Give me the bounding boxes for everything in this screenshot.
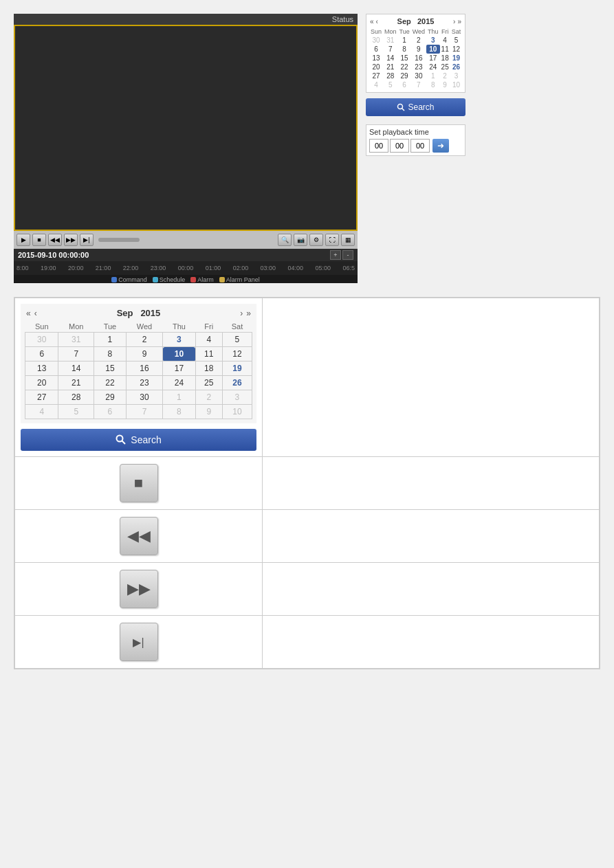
calendar-day[interactable]: 5 (450, 36, 463, 45)
timeline-zoom-in[interactable]: + (330, 250, 341, 260)
calendar-day[interactable]: 23 (411, 63, 426, 71)
calendar-day[interactable]: 14 (58, 361, 94, 376)
calendar-day[interactable]: 28 (383, 71, 398, 80)
top-cal-next-month[interactable]: › (452, 18, 456, 25)
calendar-day[interactable]: 26 (222, 376, 252, 390)
calendar-day[interactable]: 4 (195, 333, 222, 347)
zoom-button[interactable]: 🔍 (278, 234, 292, 246)
calendar-day[interactable]: 25 (440, 63, 450, 71)
calendar-day[interactable]: 14 (383, 54, 398, 63)
step-ctrl-button[interactable]: ▶| (80, 234, 94, 246)
volume-slider[interactable] (98, 238, 140, 242)
calendar-day[interactable]: 23 (126, 376, 162, 390)
calendar-day[interactable]: 2 (411, 36, 426, 45)
bottom-rewind-button[interactable]: ◀◀ (120, 517, 158, 555)
calendar-day[interactable]: 5 (58, 405, 94, 419)
calendar-day[interactable]: 30 (369, 36, 383, 45)
calendar-day[interactable]: 29 (398, 71, 411, 80)
calendar-day[interactable]: 4 (440, 36, 450, 45)
calendar-day[interactable]: 17 (426, 54, 440, 63)
calendar-day[interactable]: 2 (195, 390, 222, 405)
bottom-cal-prev-year[interactable]: « (25, 309, 32, 318)
calendar-day[interactable]: 1 (94, 333, 127, 347)
calendar-day[interactable]: 12 (222, 347, 252, 361)
calendar-day[interactable]: 27 (369, 71, 383, 80)
calendar-day[interactable]: 8 (94, 347, 127, 361)
bottom-search-button[interactable]: Search (21, 429, 256, 451)
settings-button[interactable]: ⚙ (309, 234, 323, 246)
calendar-day[interactable]: 9 (126, 347, 162, 361)
calendar-day[interactable]: 7 (126, 405, 162, 419)
calendar-day[interactable]: 2 (440, 71, 450, 80)
timeline-zoom-out[interactable]: - (342, 250, 353, 260)
calendar-day[interactable]: 3 (450, 71, 463, 80)
calendar-day[interactable]: 6 (25, 347, 58, 361)
calendar-day[interactable]: 21 (383, 63, 398, 71)
top-search-button[interactable]: Search (366, 98, 465, 116)
calendar-day[interactable]: 8 (426, 80, 440, 89)
calendar-day[interactable]: 19 (222, 361, 252, 376)
bottom-step-button[interactable]: ▶| (120, 623, 158, 661)
bottom-ff-button[interactable]: ▶▶ (120, 570, 158, 608)
calendar-day[interactable]: 30 (126, 390, 162, 405)
calendar-day[interactable]: 22 (94, 376, 127, 390)
calendar-day[interactable]: 1 (426, 71, 440, 80)
calendar-day[interactable]: 7 (411, 80, 426, 89)
timeline-track[interactable]: 8:00 19:00 20:00 21:00 22:00 23:00 00:00… (14, 261, 358, 275)
fullscreen-button[interactable]: ⛶ (325, 234, 339, 246)
calendar-day[interactable]: 8 (398, 45, 411, 54)
calendar-day[interactable]: 15 (398, 54, 411, 63)
calendar-day[interactable]: 22 (398, 63, 411, 71)
playback-go-button[interactable]: ➜ (432, 139, 449, 153)
calendar-day[interactable]: 11 (195, 347, 222, 361)
calendar-day[interactable]: 26 (450, 63, 463, 71)
calendar-day[interactable]: 17 (163, 361, 195, 376)
calendar-day[interactable]: 16 (126, 361, 162, 376)
calendar-day[interactable]: 9 (195, 405, 222, 419)
stop-ctrl-button[interactable]: ■ (32, 234, 46, 246)
calendar-day[interactable]: 18 (440, 54, 450, 63)
calendar-day[interactable]: 7 (383, 45, 398, 54)
bottom-stop-button[interactable]: ■ (120, 464, 158, 502)
bottom-cal-prev-month[interactable]: ‹ (33, 309, 39, 318)
calendar-day[interactable]: 27 (25, 390, 58, 405)
playback-hour-input[interactable] (369, 139, 388, 153)
calendar-day[interactable]: 4 (369, 80, 383, 89)
calendar-day[interactable]: 10 (222, 405, 252, 419)
rewind-ctrl-button[interactable]: ◀◀ (48, 234, 62, 246)
play-button[interactable]: ▶ (17, 234, 30, 246)
calendar-day[interactable]: 1 (163, 390, 195, 405)
calendar-day[interactable]: 19 (450, 54, 463, 63)
calendar-day[interactable]: 24 (426, 63, 440, 71)
ff-ctrl-button[interactable]: ▶▶ (64, 234, 78, 246)
calendar-day[interactable]: 31 (58, 333, 94, 347)
top-cal-prev-month[interactable]: ‹ (375, 18, 379, 25)
calendar-day[interactable]: 16 (411, 54, 426, 63)
snapshot-button[interactable]: 📷 (294, 234, 307, 246)
calendar-day[interactable]: 31 (383, 36, 398, 45)
calendar-day[interactable]: 5 (383, 80, 398, 89)
calendar-day[interactable]: 4 (25, 405, 58, 419)
calendar-day[interactable]: 10 (163, 347, 195, 361)
calendar-day[interactable]: 8 (163, 405, 195, 419)
calendar-day[interactable]: 3 (426, 36, 440, 45)
calendar-day[interactable]: 24 (163, 376, 195, 390)
calendar-day[interactable]: 7 (58, 347, 94, 361)
calendar-day[interactable]: 28 (58, 390, 94, 405)
calendar-day[interactable]: 25 (195, 376, 222, 390)
calendar-day[interactable]: 29 (94, 390, 127, 405)
calendar-day[interactable]: 6 (369, 45, 383, 54)
calendar-day[interactable]: 21 (58, 376, 94, 390)
calendar-day[interactable]: 13 (369, 54, 383, 63)
calendar-day[interactable]: 3 (163, 333, 195, 347)
calendar-day[interactable]: 13 (25, 361, 58, 376)
calendar-day[interactable]: 10 (450, 80, 463, 89)
calendar-day[interactable]: 9 (440, 80, 450, 89)
top-cal-prev-year[interactable]: « (369, 18, 375, 25)
calendar-day[interactable]: 5 (222, 333, 252, 347)
calendar-day[interactable]: 10 (426, 45, 440, 54)
calendar-day[interactable]: 15 (94, 361, 127, 376)
top-cal-next-year[interactable]: » (457, 18, 462, 25)
calendar-day[interactable]: 18 (195, 361, 222, 376)
bottom-cal-next-month[interactable]: › (239, 309, 244, 318)
